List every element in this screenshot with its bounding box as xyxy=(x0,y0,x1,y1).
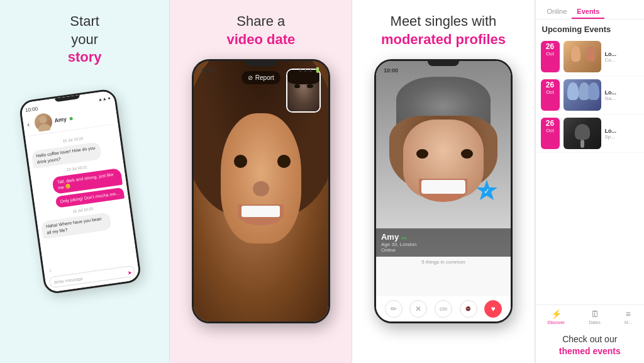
event-thumb-1 xyxy=(564,41,601,72)
video-main-feed: ⊘ Report xyxy=(194,61,328,321)
profile-info-bar: Amy ●● Age 33, London Online xyxy=(376,228,511,257)
nosmoking-btn[interactable]: 🚭 xyxy=(460,300,477,318)
panel-video-date: Share a video date 12:30 ▲▲▲ 🔋 ⊘ Report xyxy=(170,0,352,363)
signal-icons: ▲▲▲ 🔋 xyxy=(298,67,321,73)
nose xyxy=(253,181,269,197)
pass-btn[interactable]: ✕ xyxy=(409,300,427,318)
event-location-3: Sp... xyxy=(605,134,639,140)
eye-right xyxy=(277,155,291,168)
person-face-2 xyxy=(586,46,596,62)
online-indicator xyxy=(69,117,73,121)
event-thumb-3 xyxy=(564,118,601,149)
event-info-2: Lo... Ga... xyxy=(605,79,639,111)
more-icon: ≡ xyxy=(626,309,631,319)
mouth xyxy=(238,204,284,225)
edit-action-btn[interactable]: ✏ xyxy=(385,300,402,318)
dates-icon: 🗓 xyxy=(591,309,599,319)
event-name-1: Lo... xyxy=(605,51,639,57)
event-photo-1 xyxy=(564,41,601,72)
panel2-heading: Share a video date xyxy=(226,13,295,48)
event-item-1: 26 Oct Lo... Co... xyxy=(536,38,644,76)
panel-moderated: Meet singles with moderated profiles 10:… xyxy=(352,0,534,363)
contact-info: Amy xyxy=(54,115,73,124)
profile-teeth xyxy=(421,180,465,194)
info-btn[interactable]: cm xyxy=(435,300,452,318)
svg-text:✓: ✓ xyxy=(484,187,490,196)
event-date-badge-2: 26 Oct xyxy=(541,79,560,111)
event-info-3: Lo... Sp... xyxy=(605,118,639,149)
profile-name: Amy ●● xyxy=(381,232,506,242)
person3-face xyxy=(567,82,579,100)
report-icon: ⊘ xyxy=(248,74,253,81)
event-date-badge-3: 26 Oct xyxy=(541,118,560,149)
contact-avatar xyxy=(33,112,53,132)
event-location-1: Co... xyxy=(605,57,639,63)
profile-screen: Discover Search Top picks Online xyxy=(376,61,511,321)
profile-status: Online xyxy=(381,247,506,253)
performer-face xyxy=(575,124,590,140)
event-location-2: Ga... xyxy=(605,96,639,101)
microphone xyxy=(580,140,584,148)
event-thumb-2 xyxy=(564,79,601,111)
nav-discover[interactable]: ⚡ Discover xyxy=(548,309,565,325)
profile-time: 10:00 xyxy=(384,67,398,74)
event-info-1: Lo... Co... xyxy=(605,41,639,72)
like-btn[interactable]: ♥ xyxy=(484,300,502,318)
events-tabs: Online Events xyxy=(536,0,644,20)
verified-badge: ✓ xyxy=(473,179,501,206)
person5-face xyxy=(588,82,599,100)
nav-dates[interactable]: 🗓 Dates xyxy=(589,309,600,325)
panel-start-story: Start your story 10:00 ▲▲ ● ‹ Am xyxy=(0,0,169,363)
phone-mockup-chat: 10:00 ▲▲ ● ‹ Amy xyxy=(18,88,142,295)
panel3-heading: Meet singles with moderated profiles xyxy=(381,13,506,48)
profile-action-bar: ✏ ✕ cm 🚭 ♥ xyxy=(376,296,511,321)
person-face xyxy=(571,46,580,62)
profile-smile xyxy=(419,179,467,202)
profile-photo-area: ✓ Amy ●● Age 33, London Online xyxy=(376,61,511,257)
event-photo-3 xyxy=(564,118,601,149)
events-section-title: Upcoming Events xyxy=(536,20,644,38)
man-eye-right xyxy=(307,84,313,87)
event-name-3: Lo... xyxy=(605,128,639,134)
event-item-3: 26 Oct Lo... Sp... xyxy=(536,114,644,153)
phone-mockup-video: 12:30 ▲▲▲ 🔋 ⊘ Report xyxy=(192,59,330,323)
chat-messages: 15 Jul 10:20 Hello coffee lover! How do … xyxy=(30,128,129,241)
nav-more[interactable]: ≡ M... xyxy=(625,309,632,325)
bottom-nav: ⚡ Discover 🗓 Dates ≡ M... xyxy=(536,304,644,328)
chat-screen: 10:00 ▲▲ ● ‹ Amy xyxy=(21,90,140,293)
report-button[interactable]: ⊘ Report xyxy=(242,71,280,84)
profile-details: Age 33, London xyxy=(381,242,506,247)
common-interests: 5 things in common xyxy=(376,257,511,267)
teeth xyxy=(242,206,280,217)
send-icon: ➤ xyxy=(127,269,133,276)
video-time: 12:30 xyxy=(201,67,216,74)
event-name-2: Lo... xyxy=(605,89,639,96)
tab-online[interactable]: Online xyxy=(542,5,572,19)
phone-notch-2 xyxy=(245,61,277,66)
discover-icon: ⚡ xyxy=(551,309,562,319)
events-footer: Check out our themed events xyxy=(536,328,644,363)
svg-point-0 xyxy=(38,115,47,124)
back-icon: ‹ xyxy=(27,120,30,128)
event-date-badge-1: 26 Oct xyxy=(541,41,560,72)
panel-events: Online Events Upcoming Events 26 Oct Lo.… xyxy=(535,0,644,363)
status-icons: ▲▲ ● xyxy=(97,96,111,103)
chat-input-placeholder: Write message xyxy=(53,276,83,284)
phone-mockup-profile: 10:00 Discover Search Top picks Online xyxy=(374,59,513,323)
panel1-heading: Start your story xyxy=(68,13,102,67)
event-item-2: 26 Oct Lo... Ga... xyxy=(536,76,644,114)
phone-notch-3 xyxy=(428,61,459,66)
tab-events[interactable]: Events xyxy=(572,5,604,19)
pip-video xyxy=(286,69,321,113)
svg-point-1 xyxy=(37,123,51,132)
man-eye-left xyxy=(294,84,300,87)
event-photo-2 xyxy=(564,79,601,111)
verified-dot: ●● xyxy=(401,235,408,241)
